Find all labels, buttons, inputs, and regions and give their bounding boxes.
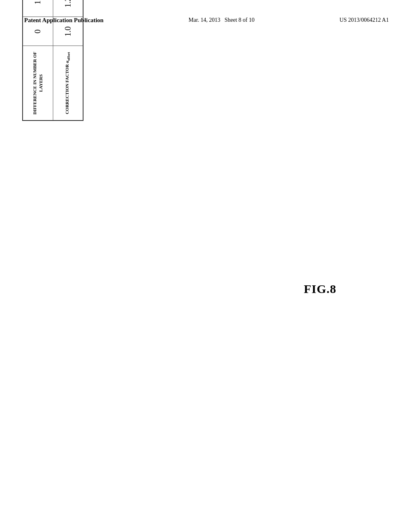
- table-row-2: CORRECTION FACTOR αoffset 1.0 1.2 1.4 1.: [53, 0, 83, 121]
- figure-label: FIG.8: [304, 282, 336, 296]
- row2-header-text: CORRECTION FACTOR αoffset: [65, 52, 69, 114]
- sheet-info: Sheet 8 of 10: [225, 17, 254, 23]
- row2-val0: 1.0: [53, 17, 83, 46]
- publication-date: Mar. 14, 2013: [189, 17, 221, 23]
- row2-header: CORRECTION FACTOR αoffset: [53, 46, 83, 121]
- row1-header-text: DIFFERENCE IN NUMBER OF LAYERS: [32, 52, 43, 114]
- patent-number: US 2013/0064212 A1: [340, 16, 389, 24]
- row1-val0: 0: [23, 17, 53, 46]
- row2-val1: 1.2: [53, 0, 83, 17]
- data-table: DIFFERENCE IN NUMBER OF LAYERS 0 1 2 3: [22, 0, 83, 121]
- table-row-1: DIFFERENCE IN NUMBER OF LAYERS 0 1 2 3: [23, 0, 53, 121]
- row1-header: DIFFERENCE IN NUMBER OF LAYERS: [23, 46, 53, 121]
- patent-number-text: US 2013/0064212 A1: [340, 17, 389, 23]
- table-area: DIFFERENCE IN NUMBER OF LAYERS 0 1 2 3: [22, 60, 214, 122]
- row1-val1: 1: [23, 0, 53, 17]
- header-date-sheet: Mar. 14, 2013 Sheet 8 of 10: [189, 16, 254, 24]
